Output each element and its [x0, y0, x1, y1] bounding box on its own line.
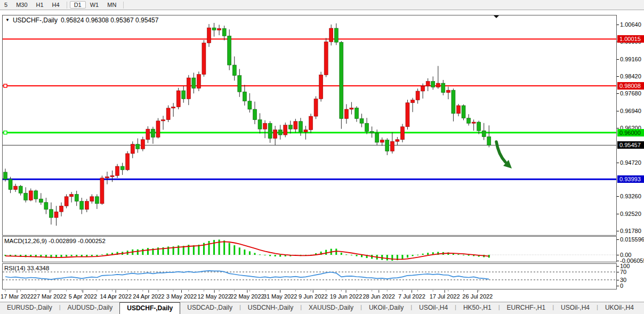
hline-handle[interactable]: [4, 131, 7, 134]
chart-tab-hk50-h1-8[interactable]: HK50-,H1: [456, 302, 498, 314]
chart-tab-audusd-daily-1[interactable]: AUDUSD-,Daily: [61, 302, 120, 314]
date-label: 27 Mar 2022: [34, 293, 67, 300]
chart-tab-eurchf-h1-9[interactable]: EURCHF-,H1: [500, 302, 553, 314]
rsi-tick-70: 70: [620, 269, 626, 275]
hline-handle[interactable]: [4, 84, 7, 87]
price-tick-0.97680: 0.97680: [620, 90, 641, 96]
date-label: 17 Mar 2022: [1, 293, 34, 300]
chart-tab-usdchf-daily-2[interactable]: USDCHF-,Daily: [119, 302, 180, 314]
date-label: 9 Jun 2022: [299, 293, 327, 300]
toolbar-separator: [67, 2, 67, 9]
price-badge-0.98008: 0.98008: [617, 82, 644, 90]
price-chart-canvas[interactable]: [2, 15, 617, 236]
date-label: 3 May 2022: [166, 293, 197, 300]
macd-indicator-label: MACD(12,26,9) -0.002899 -0.000252: [4, 238, 106, 244]
timeframe-button-H1[interactable]: H1: [32, 1, 48, 9]
mt4-window: 5M30H1H4D1W1MN ▼ USDCHF-,Daily 0.95824 0…: [0, 0, 644, 314]
chart-tab-bar: EURUSD-,Daily|AUDUSD-,DailyUSDCHF-,Daily…: [0, 302, 644, 314]
price-tick-0.99160: 0.99160: [620, 56, 641, 62]
tab-scroll-controls: ◄►: [641, 302, 644, 314]
date-axis: 17 Mar 202227 Mar 20225 Apr 202214 Apr 2…: [0, 290, 644, 302]
price-badge-1.00015: 1.00015: [617, 35, 644, 43]
rsi-tick-0: 0: [620, 283, 623, 289]
chart-menu-icon[interactable]: ▼: [5, 18, 10, 22]
price-badge-0.93993: 0.93993: [617, 175, 644, 183]
chart-tab-usdcnh-daily-4[interactable]: USDCNH-,Daily: [241, 302, 300, 314]
price-tick-0.91780: 0.91780: [620, 228, 641, 234]
date-label: 22 May 2022: [230, 293, 264, 300]
price-axis: 1.006400.999000.991600.984200.976800.969…: [617, 10, 644, 302]
timeframe-button-D1[interactable]: D1: [70, 1, 86, 9]
timeframe-button-H4[interactable]: H4: [48, 1, 64, 9]
timeframe-button-W1[interactable]: W1: [86, 1, 103, 9]
price-tick-0.96940: 0.96940: [620, 108, 641, 114]
date-label: 5 Apr 2022: [69, 293, 97, 300]
date-label: 28 Jun 2022: [363, 293, 395, 300]
rsi-indicator-label: RSI(14) 33.4348: [4, 265, 49, 271]
timeframe-button-5[interactable]: 5: [0, 1, 12, 9]
macd-tick-0.015596: 0.015596: [620, 236, 644, 243]
date-label: 14 Apr 2022: [100, 293, 131, 300]
price-tick-1.00640: 1.00640: [620, 21, 641, 28]
toolbar-separator: [123, 2, 124, 9]
chart-symbol-label: USDCHF-,Daily: [13, 17, 58, 24]
chart-ohlc-values: 0.95824 0.96308 0.95367 0.95457: [61, 17, 159, 24]
date-label: 7 Jul 2022: [398, 293, 425, 300]
rsi-panel[interactable]: [2, 263, 617, 289]
price-tick-0.93260: 0.93260: [620, 193, 641, 199]
chart-tab-usdcad-daily-3[interactable]: USDCAD-,Daily: [180, 302, 239, 314]
chart-tab-usoil-h4-10[interactable]: USOil-,H4: [554, 302, 597, 314]
chart-tab-ukoil-h4-11[interactable]: UKOil-,H4: [598, 302, 641, 314]
date-label: 19 Jun 2022: [330, 293, 363, 300]
chart-tab-usoil-h4-7[interactable]: USOil-,H4: [412, 302, 455, 314]
chart-tab-ukoil-daily-6[interactable]: UKOil-,Daily: [362, 302, 410, 314]
date-label: 17 Jul 2022: [430, 293, 460, 300]
chart-title: ▼ USDCHF-,Daily 0.95824 0.96308 0.95367 …: [5, 17, 158, 24]
timeframe-button-MN[interactable]: MN: [103, 1, 120, 9]
price-badge-0.96000: 0.96000: [617, 129, 644, 136]
price-badge-0.95457: 0.95457: [617, 141, 644, 149]
price-tick-0.98420: 0.98420: [620, 73, 641, 79]
timeframe-button-M30[interactable]: M30: [12, 1, 31, 9]
price-tick-0.94720: 0.94720: [620, 159, 641, 166]
chart-window[interactable]: ▼ USDCHF-,Daily 0.95824 0.96308 0.95367 …: [0, 10, 644, 302]
price-tick-0.92520: 0.92520: [620, 211, 641, 217]
date-label: 12 May 2022: [197, 293, 231, 300]
chart-tab-eurusd-daily-0[interactable]: EURUSD-,Daily: [0, 302, 59, 314]
date-label: 24 Apr 2022: [133, 293, 164, 300]
date-label: 26 Jul 2022: [462, 293, 493, 300]
date-label: 31 May 2022: [263, 293, 297, 300]
chart-tab-xauusd-daily-5[interactable]: XAUUSD-,Daily: [302, 302, 360, 314]
timeframe-toolbar: 5M30H1H4D1W1MN: [0, 0, 644, 10]
